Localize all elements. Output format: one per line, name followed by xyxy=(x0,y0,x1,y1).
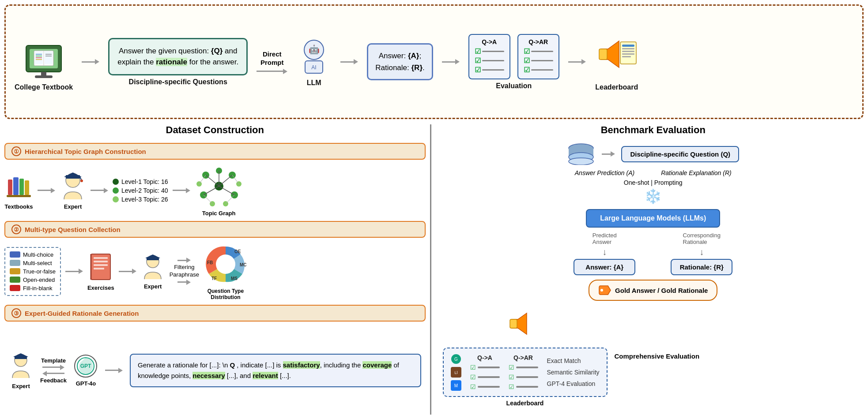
question-box: Discipline-specific Question (Q) xyxy=(621,146,739,162)
eval-qa-col: Q->A ☑ ☑ ☑ xyxy=(470,354,500,390)
gold-box: Gold Answer / Gold Rationale xyxy=(589,280,717,301)
level2-label: Level-2 Topic: 40 xyxy=(121,187,168,194)
leaderboard-bottom-label: Leaderboard xyxy=(506,400,544,407)
direct-prompt-area: DirectPrompt xyxy=(257,50,287,74)
level1-label: Level-1 Topic: 16 xyxy=(121,178,168,185)
bottom-eval-row: G Ll M Q- xyxy=(443,305,864,407)
llama-logo: Ll xyxy=(451,367,461,378)
llm-robot-icon: 🤖 AI xyxy=(296,37,332,76)
prompt-text2: for the answer. xyxy=(187,58,238,66)
step1-circle: ① xyxy=(11,146,21,156)
satisfactory-highlight: satisfactory xyxy=(283,361,320,369)
split-row: PredictedAnswer ↓ Answer: {A} Correspond… xyxy=(443,232,864,275)
step1-header: ① Hierarchical Topic Graph Construction xyxy=(4,143,426,160)
db-icon xyxy=(567,143,596,165)
svg-point-79 xyxy=(600,289,603,292)
step3-header: ③ Expert-Guided Rationale Generation xyxy=(4,305,426,322)
exercises-icon xyxy=(87,252,114,283)
svg-rect-56 xyxy=(94,257,108,259)
svg-point-35 xyxy=(80,180,83,182)
metric-gpt4: GPT-4 Evaluation xyxy=(547,380,600,387)
books-icon xyxy=(4,171,33,202)
direct-label: DirectPrompt xyxy=(260,50,284,67)
topics-list: Level-1 Topic: 16 Level-2 Topic: 40 Leve… xyxy=(113,178,168,203)
svg-rect-21 xyxy=(622,45,634,47)
relevant-highlight: relevant xyxy=(253,372,278,379)
leaderboard-top-item: Leaderboard xyxy=(595,32,639,91)
llm-box-label: Large Language Models (LLMs) xyxy=(600,214,706,222)
svg-text:MS: MS xyxy=(231,276,238,281)
oneshot-label: One-shot | Prompting xyxy=(624,179,683,186)
step1-label: Hierarchical Topic Graph Construction xyxy=(25,148,146,155)
freeze-icon: ❄️ xyxy=(644,188,662,205)
svg-rect-57 xyxy=(94,261,108,262)
expert3-label: Expert xyxy=(12,383,30,389)
svg-rect-22 xyxy=(622,48,634,49)
gold-label: Gold Answer / Gold Rationale xyxy=(615,287,708,294)
svg-rect-25 xyxy=(622,56,631,57)
qt-multiselect: Multi-select xyxy=(23,260,52,266)
feedback-label: Feedback xyxy=(40,377,67,384)
rationale-pred-label: Rationale: {R} xyxy=(680,263,724,271)
svg-line-49 xyxy=(219,186,234,195)
leaderboard-top-icon xyxy=(595,32,639,81)
answer-branch-label: Answer Prediction (A) xyxy=(575,169,634,176)
arrow2 xyxy=(257,69,287,74)
exercises-label: Exercises xyxy=(87,284,114,291)
pie-chart-icon: OE MC MS TF FB xyxy=(204,242,248,286)
template-label: Template xyxy=(41,357,66,364)
svg-line-48 xyxy=(204,186,219,195)
step1-content: Textbooks Expert xyxy=(4,164,426,217)
svg-rect-26 xyxy=(7,195,31,197)
dot2 xyxy=(113,187,119,194)
expert2-icon xyxy=(141,253,165,281)
right-panel: Benchmark Evaluation Discipline-specific… xyxy=(438,124,864,415)
bottom-section: Dataset Construction ① Hierarchical Topi… xyxy=(4,124,864,415)
textbooks-label: Textbooks xyxy=(4,203,33,210)
predicted-label: PredictedAnswer xyxy=(593,232,617,245)
meta-logo: M xyxy=(451,380,461,391)
leaderboard-top-label: Leaderboard xyxy=(595,83,638,91)
arrow4 xyxy=(442,59,460,64)
expert3-icon xyxy=(9,352,33,380)
questions-label: Discipline-specific Questions xyxy=(129,78,227,86)
textbook-icon xyxy=(22,32,66,81)
qt-fillinblank: Fill-in-blank xyxy=(23,285,52,292)
step2-content: Multi-choice Multi-select True-or-false … xyxy=(4,242,426,300)
svg-rect-29 xyxy=(19,179,24,195)
svg-line-54 xyxy=(226,195,234,204)
chatgpt-logo: G xyxy=(451,354,461,364)
rationale-pred-box: Rationale: {R} xyxy=(671,259,732,275)
svg-line-47 xyxy=(219,175,232,186)
eval-item: Q->A ☑ ☑ ☑ Q->AR ☑ ☑ ☑ Evaluation xyxy=(468,34,559,90)
metric-semantic: Semantic Similarity xyxy=(547,369,600,376)
topic-graph-icon xyxy=(195,164,243,208)
step2-circle: ② xyxy=(11,224,21,234)
metric-exact: Exact Match xyxy=(547,357,600,364)
question-label: Discipline-specific Question (Q) xyxy=(630,150,730,158)
svg-text:M: M xyxy=(454,383,457,388)
step2-header: ② Multi-type Question Collection xyxy=(4,221,426,238)
expert1-label: Expert xyxy=(64,203,82,210)
prompt-box: Answer the given question: {Q} andexplai… xyxy=(108,38,248,75)
answer-pred-label: Answer: {A} xyxy=(585,263,623,271)
topic-graph-label: Topic Graph xyxy=(202,210,236,217)
qt-openended: Open-ended xyxy=(23,277,55,283)
level3-label: Level-3 Topic: 26 xyxy=(121,196,168,203)
arrow3 xyxy=(340,59,358,64)
svg-rect-12 xyxy=(41,72,46,75)
leaderboard-bottom-icon xyxy=(507,305,543,345)
corresponding-label: CorrespondingRationale xyxy=(683,232,721,245)
question-row: Discipline-specific Question (Q) xyxy=(443,143,864,165)
branch-area: Answer Prediction (A) Rationale Explanat… xyxy=(443,169,864,205)
dot1 xyxy=(113,179,119,185)
svg-rect-81 xyxy=(510,319,517,328)
answer-item: Answer: {A};Rationale: {R}. xyxy=(367,43,433,80)
filtering-label: FilteringParaphrase xyxy=(170,264,199,279)
svg-rect-19 xyxy=(599,49,607,60)
svg-text:MC: MC xyxy=(240,262,247,267)
textbook-label: College Textbook xyxy=(15,83,73,91)
answer-box: Answer: {A};Rationale: {R}. xyxy=(367,43,433,80)
step3-content: Expert Template Feedback GP xyxy=(4,326,426,415)
svg-text:GPT: GPT xyxy=(80,363,91,369)
